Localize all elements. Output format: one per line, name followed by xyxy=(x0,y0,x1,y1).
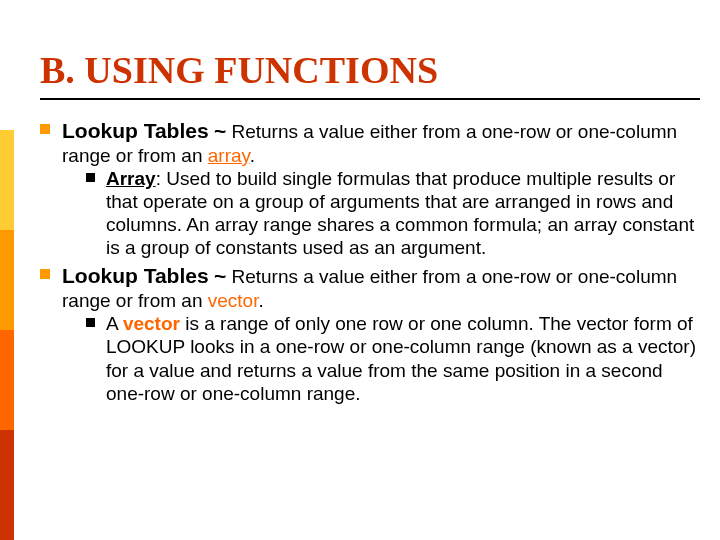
list-item: Lookup Tables ~ Returns a value either f… xyxy=(40,263,700,404)
slide-content: B. USING FUNCTIONS Lookup Tables ~ Retur… xyxy=(0,0,720,429)
bullet-list: Lookup Tables ~ Returns a value either f… xyxy=(40,118,700,405)
item-text: A xyxy=(106,313,123,334)
sub-list: A vector is a range of only one row or o… xyxy=(62,312,700,405)
slide-title: B. USING FUNCTIONS xyxy=(40,48,700,100)
sub-list: Array: Used to build single formulas tha… xyxy=(62,167,700,260)
item-text: . xyxy=(258,290,263,311)
tilde-icon: ~ xyxy=(214,119,226,142)
keyword: Array xyxy=(106,168,156,189)
list-item: Lookup Tables ~ Returns a value either f… xyxy=(40,118,700,259)
item-text: is a range of only one row or one column… xyxy=(106,313,696,404)
tilde-icon: ~ xyxy=(214,264,226,287)
list-item: A vector is a range of only one row or o… xyxy=(86,312,700,405)
keyword: vector xyxy=(208,290,259,311)
accent-sidebar xyxy=(0,0,14,540)
list-item: Array: Used to build single formulas tha… xyxy=(86,167,700,260)
item-lead: Lookup Tables xyxy=(62,264,209,287)
keyword: array xyxy=(208,145,250,166)
item-text: . xyxy=(250,145,255,166)
item-text: : Used to build single formulas that pro… xyxy=(106,168,694,259)
item-lead: Lookup Tables xyxy=(62,119,209,142)
keyword: vector xyxy=(123,313,180,334)
